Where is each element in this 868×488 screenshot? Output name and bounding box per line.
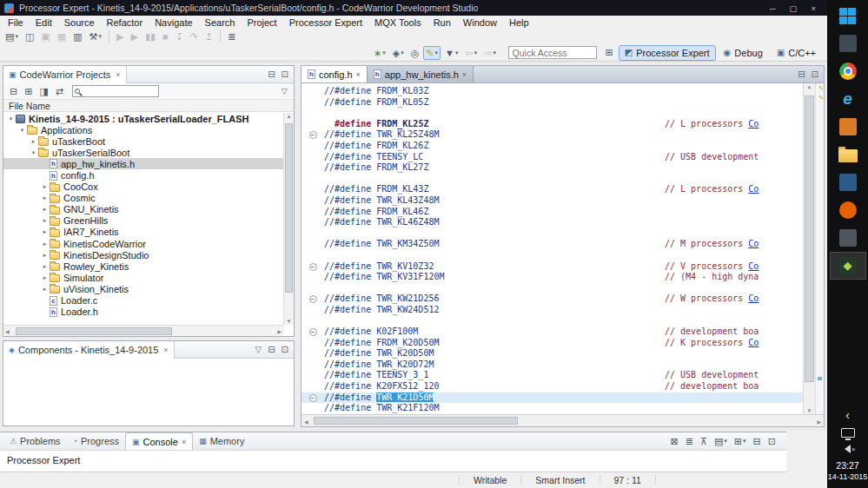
expand-arrow-icon[interactable]: ▸: [40, 183, 50, 190]
comment-link[interactable]: Co: [748, 293, 759, 303]
tree-item-rowley-kinetis[interactable]: ▸Rowley_Kinetis: [3, 260, 283, 272]
editor-horizontal-scrollbar[interactable]: ◀ ▶: [301, 414, 824, 426]
tree-item-greenhills[interactable]: ▸GreenHills: [3, 215, 283, 227]
code-line[interactable]: //#define FRDM_KL05Z: [301, 97, 803, 109]
scroll-right-icon[interactable]: ▶: [817, 419, 821, 425]
scroll-left-icon[interactable]: ◀: [5, 328, 10, 334]
perspective-processor-expert[interactable]: ◩Processor Expert: [619, 45, 716, 61]
code-line[interactable]: //#define FRDM_KL26Z: [301, 141, 803, 152]
code-line[interactable]: //#define TEENSY_3_1// USB development: [301, 370, 803, 381]
resume-button[interactable]: ▶: [128, 30, 140, 43]
project-filter-input[interactable]: [82, 87, 156, 96]
open-perspective-button[interactable]: ⊞: [606, 47, 613, 58]
internet-explorer-button[interactable]: e: [831, 86, 865, 112]
tree-item-loader-h[interactable]: hLoader.h: [3, 307, 283, 318]
menu-processor-expert[interactable]: Processor Expert: [283, 17, 368, 28]
scroll-right-icon[interactable]: ▶: [277, 328, 282, 334]
console-tab-memory[interactable]: ▦Memory: [193, 432, 250, 450]
suspend-button[interactable]: ▮▮: [142, 30, 158, 43]
code-line[interactable]: //#define TWR_KL46Z48M: [301, 217, 803, 228]
menu-refactor[interactable]: Refactor: [101, 17, 149, 28]
code-line[interactable]: [301, 283, 803, 294]
expand-all-button[interactable]: ⊞: [22, 84, 35, 98]
tree-item-gnu-kinetis[interactable]: ▸GNU_Kinetis: [3, 204, 283, 215]
file-explorer-button[interactable]: [831, 142, 865, 168]
pin-console-button[interactable]: ⊼: [698, 434, 710, 448]
save-button[interactable]: ▣: [38, 30, 52, 43]
maximize-view-button[interactable]: ⊡: [282, 69, 288, 79]
mail-app-button[interactable]: [831, 114, 865, 140]
close-tab-icon[interactable]: ×: [182, 438, 186, 446]
firefox-button[interactable]: [831, 197, 865, 223]
selection-annotation-marker[interactable]: [818, 377, 822, 380]
expand-arrow-icon[interactable]: ▸: [40, 206, 50, 213]
dropdown-arrow-icon[interactable]: ▾: [382, 49, 386, 56]
view-menu-button[interactable]: ≣: [225, 30, 238, 43]
expand-arrow-icon[interactable]: ▸: [40, 217, 50, 224]
print-button[interactable]: ▥: [70, 30, 84, 43]
app-blue-button[interactable]: [831, 169, 865, 195]
code-line[interactable]: −//#define TWR_KW21D256// W processors C…: [301, 293, 803, 305]
chrome-button[interactable]: [831, 58, 865, 84]
console-tab-problems[interactable]: ⚠Problems: [3, 432, 67, 450]
maximize-button[interactable]: ▢: [789, 3, 797, 13]
desktop-app-button[interactable]: [831, 30, 865, 56]
code-line[interactable]: //#define TWR_K21F120M: [301, 403, 803, 414]
code-line[interactable]: //#define TWR_KL43Z48M: [301, 195, 803, 207]
code-line[interactable]: //#define FRDM_KL43Z// L processors Co: [301, 184, 803, 195]
tree-item-applications[interactable]: ▾Applications: [3, 124, 283, 135]
scrollbar-thumb[interactable]: [314, 417, 518, 425]
code-line[interactable]: //#define FRDM_K20D50M// K processors Co: [301, 338, 803, 349]
annotations-button[interactable]: ▼▾: [442, 46, 461, 60]
step-into-button[interactable]: ↧: [173, 30, 186, 43]
display-selected-console-button[interactable]: ▤▾: [712, 434, 730, 448]
search-button[interactable]: ◎: [408, 46, 422, 60]
tree-item-uvision-kinetis[interactable]: ▸uVision_Kinetis: [3, 283, 283, 294]
console-tab-progress[interactable]: ◔Progress: [67, 432, 125, 450]
store-app-button[interactable]: [831, 225, 865, 251]
code-line[interactable]: −//#define K02F100M// development boa: [301, 326, 803, 338]
menu-edit[interactable]: Edit: [30, 17, 58, 28]
tab-components[interactable]: ◈ Components - Kinetis_14-9-2015 ×: [3, 341, 175, 359]
save-all-button[interactable]: ▦: [55, 30, 69, 43]
code-line[interactable]: //#define FRDM_KL27Z: [301, 162, 803, 174]
terminate-button[interactable]: ■: [160, 30, 171, 43]
minimize-view-button[interactable]: ⊟: [268, 345, 275, 354]
menu-search[interactable]: Search: [199, 17, 242, 28]
editor-tab-app-hw-kinetis-h[interactable]: happ_hw_kinetis.h×: [368, 66, 474, 82]
collapse-arrow-icon[interactable]: ▾: [17, 127, 27, 134]
close-tab-icon[interactable]: ×: [356, 70, 361, 79]
tree-item-config-h[interactable]: hconfig.h: [3, 169, 283, 181]
scroll-lock-button[interactable]: ≣: [683, 434, 696, 448]
quick-access-input[interactable]: [508, 46, 597, 59]
dropdown-arrow-icon[interactable]: ▾: [724, 438, 727, 445]
code-line[interactable]: −//#define TWR_K21D50M: [301, 392, 803, 404]
menu-run[interactable]: Run: [427, 17, 457, 28]
code-line[interactable]: //#define TWR_KW24D512: [301, 305, 803, 316]
scrollbar-thumb[interactable]: [16, 327, 172, 335]
code-line[interactable]: [301, 315, 803, 326]
code-line[interactable]: //#define FRDM_KL46Z: [301, 207, 803, 218]
step-over-button[interactable]: ↷: [188, 30, 201, 43]
new-wizard-button[interactable]: ▤▾: [3, 30, 21, 43]
menu-project[interactable]: Project: [241, 17, 282, 28]
taskbar-clock[interactable]: 23:27 14-11-2015: [828, 460, 867, 481]
code-editor[interactable]: //#define FRDM_KL03Z//#define FRDM_KL05Z…: [301, 83, 803, 414]
maximize-editor-button[interactable]: ⊡: [812, 69, 818, 79]
tree-item-app-hw-kinetis-h[interactable]: happ_hw_kinetis.h: [3, 158, 283, 169]
build-button[interactable]: ⚒▾: [87, 30, 104, 43]
collapse-arrow-icon[interactable]: ▾: [6, 115, 16, 122]
projects-horizontal-scrollbar[interactable]: ◀ ▶: [3, 325, 283, 336]
code-line[interactable]: −//#define TWR_KL25Z48M: [301, 129, 803, 141]
comment-link[interactable]: Co: [748, 261, 759, 271]
highlighter-button[interactable]: ✎▾: [423, 46, 441, 60]
taskbar-back-chevron-icon[interactable]: ‹: [845, 409, 850, 421]
scroll-up-icon[interactable]: ▲: [284, 114, 294, 119]
expand-arrow-icon[interactable]: ▸: [40, 286, 50, 293]
volume-muted-icon[interactable]: ×: [840, 445, 856, 453]
scroll-down-icon[interactable]: ▼: [284, 319, 294, 324]
open-window-button[interactable]: ◫: [23, 30, 36, 43]
link-with-editor-button[interactable]: ⇄: [53, 84, 66, 98]
expand-arrow-icon[interactable]: ▸: [29, 138, 38, 145]
dropdown-arrow-icon[interactable]: ▾: [435, 49, 439, 56]
